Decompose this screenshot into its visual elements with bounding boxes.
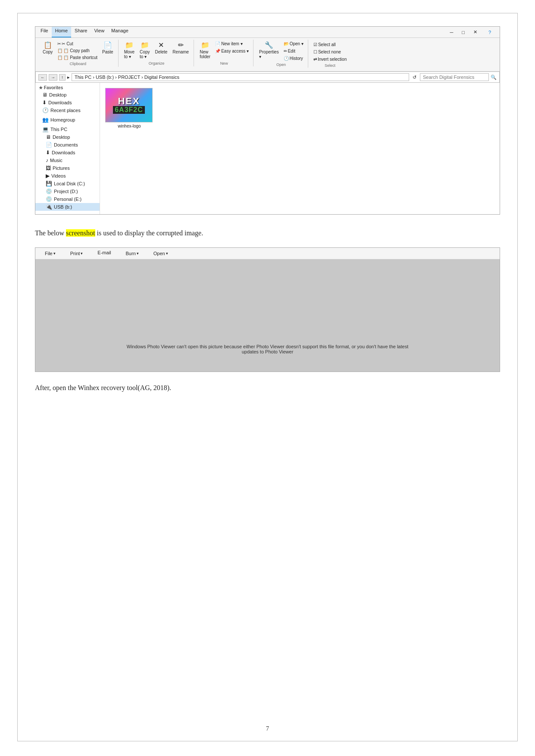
copy-icon: 📋 <box>44 42 52 49</box>
open-label: Open <box>276 62 286 67</box>
properties-icon: 🔧 <box>265 42 273 49</box>
organize-group: 📁 Moveto ▾ 📁 Copyto ▾ ✕ Delete ✏ <box>119 40 194 66</box>
paste-shortcut-button[interactable]: 📋 📋 Paste shortcut <box>56 54 99 61</box>
delete-icon: ✕ <box>158 42 164 49</box>
edit-button[interactable]: ✏ Edit <box>282 48 305 54</box>
sidebar: ★ Favorites 🖥 Desktop ⬇ Downloads 🕐 Rece… <box>35 83 100 214</box>
project-d-icon: 💿 <box>46 188 52 194</box>
copy-path-button[interactable]: 📋 📋 Copy path <box>56 47 99 54</box>
body-paragraph-1: The below screenshot is used to display … <box>35 228 500 239</box>
open-button[interactable]: 📂 Open ▾ <box>282 41 305 47</box>
pv-menu-burn[interactable]: Burn <box>119 249 146 258</box>
easy-access-button[interactable]: 📌 Easy access ▾ <box>213 48 250 54</box>
sidebar-item-documents[interactable]: 📄 Documents <box>35 141 100 149</box>
select-all-button[interactable]: ☑ Select all <box>312 41 348 48</box>
sidebar-item-homegroup[interactable]: 👥 Homegroup <box>35 116 100 124</box>
recent-icon: 🕐 <box>42 107 49 113</box>
screenshot-highlight: screenshot <box>66 229 95 237</box>
menu-share[interactable]: Share <box>71 27 91 37</box>
up-button[interactable]: ↑ <box>59 74 66 81</box>
photo-viewer-window: File Print E-mail Burn Open Windows Phot… <box>35 247 500 372</box>
after-paragraph: After, open the Winhex recovery tool(AG,… <box>35 382 500 394</box>
sidebar-item-local-disk[interactable]: 💾 Local Disk (C:) <box>35 180 100 187</box>
file-label: winhex-logo <box>105 124 153 128</box>
organize-label: Organize <box>149 61 165 66</box>
this-pc-icon: 💻 <box>42 126 49 132</box>
invert-selection-button[interactable]: ⇄ Invert selection <box>312 56 348 62</box>
explorer-window: File Home Share View Manage ─ □ ✕ ? 📋 <box>35 26 500 215</box>
search-input[interactable] <box>420 73 489 81</box>
personal-e-icon: 💿 <box>46 196 52 202</box>
downloads-icon: ⬇ <box>42 100 47 106</box>
paste-shortcut-icon: 📋 <box>57 55 63 60</box>
new-group: 📁 Newfolder 📄 New item ▾ 📌 Easy access ▾ <box>195 40 253 66</box>
select-all-icon: ☑ <box>313 42 317 47</box>
pv-menu-print[interactable]: Print <box>63 249 90 258</box>
page-container: File Home Share View Manage ─ □ ✕ ? 📋 <box>17 13 518 741</box>
copy-button[interactable]: 📋 Copy <box>41 41 55 56</box>
sidebar-item-music[interactable]: ♪ Music <box>35 156 100 164</box>
sidebar-item-videos[interactable]: ▶ Videos <box>35 172 100 180</box>
new-item-icon: 📄 <box>215 41 220 46</box>
new-item-button[interactable]: 📄 New item ▾ <box>213 41 250 47</box>
close-btn[interactable]: ✕ <box>470 28 481 36</box>
open-group: 🔧 Properties▾ 📂 Open ▾ ✏ Edit <box>254 40 308 68</box>
page-number: 7 <box>266 725 269 732</box>
cut-button[interactable]: ✂ ✂ Cut <box>56 41 99 47</box>
history-button[interactable]: 🕐 History <box>282 55 305 62</box>
new-label: New <box>220 61 228 66</box>
pv-menu-open[interactable]: Open <box>147 249 175 258</box>
select-group: ☑ Select all ☐ Select none ⇄ Invert sele… <box>309 40 351 69</box>
photo-viewer-error: Windows Photo Viewer can't open this pic… <box>117 340 419 359</box>
move-to-button[interactable]: 📁 Moveto ▾ <box>122 41 137 60</box>
recent-locations-icon[interactable]: ▸ <box>67 75 70 80</box>
sidebar-item-this-pc[interactable]: 💻 This PC <box>35 125 100 133</box>
back-button[interactable]: ← <box>38 74 47 81</box>
select-label: Select <box>325 63 335 68</box>
sidebar-item-desktop[interactable]: 🖥 Desktop <box>35 91 100 99</box>
delete-button[interactable]: ✕ Delete <box>153 41 169 56</box>
cut-icon: ✂ <box>57 41 61 46</box>
properties-button[interactable]: 🔧 Properties▾ <box>257 41 281 60</box>
menu-manage[interactable]: Manage <box>108 27 132 37</box>
paste-button[interactable]: 📄 Paste <box>100 41 116 56</box>
pv-menu-email[interactable]: E-mail <box>91 249 118 258</box>
menu-home[interactable]: Home <box>52 27 71 37</box>
minimize-btn[interactable]: ─ <box>446 28 457 36</box>
sidebar-item-pictures[interactable]: 🖼 Pictures <box>35 164 100 172</box>
file-item-winhex[interactable]: HEX 6A3F2C winhex-logo <box>103 86 155 130</box>
sidebar-item-recent[interactable]: 🕐 Recent places <box>35 106 100 114</box>
favorites-header: ★ Favorites <box>35 84 100 91</box>
sidebar-item-personal-e[interactable]: 💿 Personal (E:) <box>35 195 100 203</box>
local-disk-icon: 💾 <box>46 181 52 187</box>
clipboard-label: Clipboard <box>70 62 87 66</box>
ribbon: 📋 Copy ✂ ✂ Cut 📋 📋 Copy path <box>35 38 500 72</box>
forward-button[interactable]: → <box>49 74 57 81</box>
sidebar-item-downloads[interactable]: ⬇ Downloads <box>35 99 100 106</box>
sidebar-item-project-d[interactable]: 💿 Project (D:) <box>35 187 100 195</box>
select-none-button[interactable]: ☐ Select none <box>312 49 348 55</box>
sidebar-item-pc-desktop[interactable]: 🖥 Desktop <box>35 133 100 141</box>
new-folder-button[interactable]: 📁 Newfolder <box>197 41 213 60</box>
pc-downloads-icon: ⬇ <box>46 150 50 156</box>
maximize-btn[interactable]: □ <box>458 28 468 36</box>
sidebar-item-pc-downloads[interactable]: ⬇ Downloads <box>35 149 100 156</box>
clipboard-group: 📋 Copy ✂ ✂ Cut 📋 📋 Copy path <box>38 40 119 67</box>
refresh-button[interactable]: ↺ <box>411 74 418 81</box>
rename-button[interactable]: ✏ Rename <box>170 41 191 56</box>
explorer-body: ★ Favorites 🖥 Desktop ⬇ Downloads 🕐 Rece… <box>35 83 500 214</box>
copy-to-button[interactable]: 📁 Copyto ▾ <box>138 41 152 60</box>
search-icon[interactable]: 🔍 <box>491 75 497 80</box>
photo-viewer-body: Windows Photo Viewer can't open this pic… <box>35 259 500 372</box>
pv-menu-file[interactable]: File <box>38 249 63 258</box>
music-icon: ♪ <box>46 157 48 163</box>
this-pc-section: 💻 This PC 🖥 Desktop 📄 Documents ⬇ Downlo… <box>35 125 100 211</box>
star-icon: ★ <box>39 85 43 90</box>
menu-file[interactable]: File <box>37 27 52 37</box>
main-content: HEX 6A3F2C winhex-logo <box>100 83 500 214</box>
help-icon[interactable]: ? <box>485 28 494 36</box>
menu-view[interactable]: View <box>91 27 108 37</box>
sidebar-item-usb[interactable]: 🔌 USB (b:) <box>35 203 100 211</box>
address-path[interactable]: This PC › USB (b:) › PROJECT › Digital F… <box>72 73 409 81</box>
rename-icon: ✏ <box>178 42 184 49</box>
